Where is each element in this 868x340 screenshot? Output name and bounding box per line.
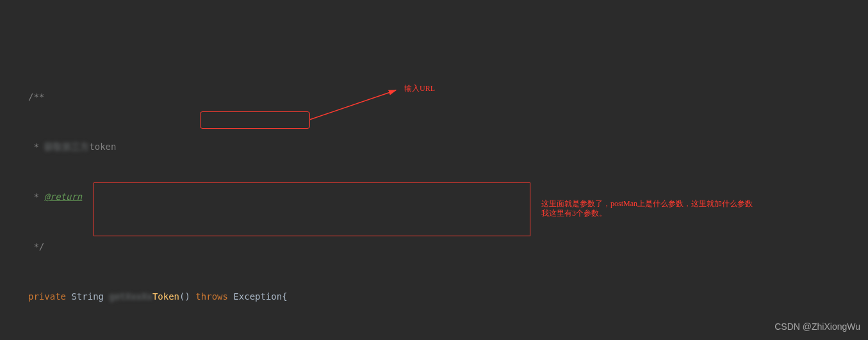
blurred-method-name: getXxxXx: [109, 291, 152, 302]
comment-open: /**: [28, 92, 44, 102]
code-line: */: [28, 238, 868, 255]
annotation-label-url: 输入URL: [404, 84, 435, 93]
code-editor: /** * 获取第三方token * @return */ private St…: [0, 0, 868, 340]
code-line: private String getXxxXxToken() throws Ex…: [28, 288, 868, 305]
javadoc-return-tag: @return: [44, 191, 82, 202]
code-line: * 获取第三方token: [28, 138, 868, 155]
comment-close: */: [28, 241, 44, 252]
code-line: /**: [28, 88, 868, 105]
blurred-text: 获取第三方: [44, 142, 89, 152]
annotation-label-params: 这里面就是参数了，postMan上是什么参数，这里就加什么参数 我这里有3个参数…: [541, 199, 855, 218]
watermark: CSDN @ZhiXiongWu: [774, 318, 860, 335]
